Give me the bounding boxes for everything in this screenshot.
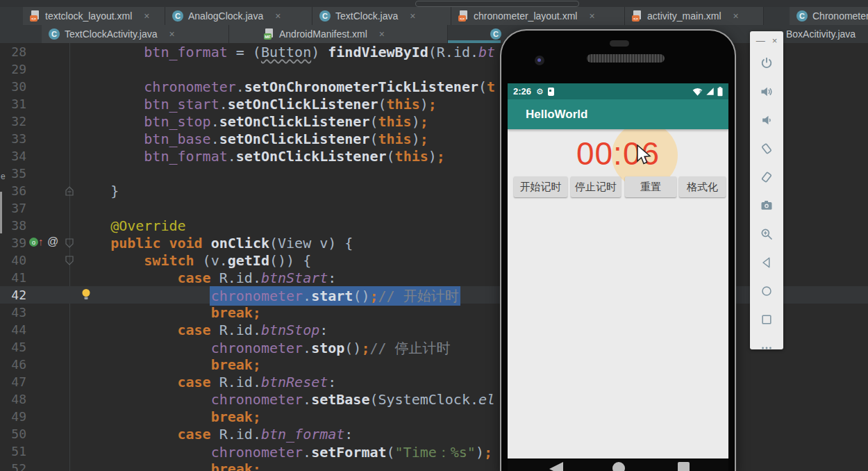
- rotate-left-icon[interactable]: [759, 141, 774, 156]
- tab-textclock-layout-xml[interactable]: <>textclock_layout.xml×: [23, 7, 165, 25]
- emulator-phone-window[interactable]: 2:26 ⚙ HelloWorld 00:06 开始记时停止记时重置格式化: [500, 29, 736, 471]
- close-icon[interactable]: ×: [589, 11, 594, 21]
- zoom-icon[interactable]: [759, 226, 774, 242]
- line-number[interactable]: 37: [4, 201, 26, 215]
- code-line-41[interactable]: 41 case R.id.btnStart:: [0, 269, 868, 286]
- tab-textclockactivity-java[interactable]: CTextClockActivity.java×: [42, 25, 229, 43]
- rotate-right-icon[interactable]: [759, 170, 774, 185]
- line-number[interactable]: 31: [4, 97, 26, 111]
- line-number[interactable]: 45: [4, 340, 26, 354]
- code-line-40[interactable]: 40 switch (v.getId()) {: [0, 251, 868, 269]
- code-line-33[interactable]: 33 btn_base.setOnClickListener(this);: [0, 130, 868, 147]
- tab-activity-main-xml[interactable]: <>activity_main.xml×: [625, 7, 764, 25]
- nav-back-icon[interactable]: [549, 462, 563, 471]
- code-line-29[interactable]: 29: [0, 60, 868, 78]
- code-line-36[interactable]: 36 }: [0, 182, 868, 199]
- line-number[interactable]: 52: [4, 461, 26, 471]
- code-line-31[interactable]: 31 btn_start.setOnClickListener(this);: [0, 95, 868, 113]
- code-text: case R.id.btnStart:: [77, 270, 336, 286]
- close-icon[interactable]: ×: [144, 11, 149, 21]
- tab-analogclock-java[interactable]: CAnalogClock.java×: [165, 7, 312, 25]
- emulator-toolbar-window[interactable]: — ×: [750, 31, 783, 349]
- code-line-51[interactable]: 51 chronometer.setFormat("Time：%s");: [0, 443, 868, 460]
- close-icon[interactable]: ×: [379, 29, 385, 39]
- code-line-30[interactable]: 30 chronometer.setOnChronometerTickListe…: [0, 78, 868, 95]
- line-number[interactable]: 49: [4, 409, 26, 424]
- volume-down-icon[interactable]: [759, 113, 774, 128]
- camera-icon[interactable]: [759, 198, 774, 213]
- line-number[interactable]: 36: [4, 183, 26, 198]
- tab-androidmanifest-xml[interactable]: MFAndroidManifest.xml×: [229, 25, 448, 43]
- app-button-停止记时[interactable]: 停止记时: [571, 176, 621, 197]
- code-editor[interactable]: 28 btn_format = (Button) findViewById(R.…: [0, 43, 868, 471]
- line-number[interactable]: 50: [4, 427, 26, 441]
- line-number[interactable]: 35: [4, 166, 26, 181]
- line-number[interactable]: 29: [4, 62, 26, 76]
- line-number[interactable]: 34: [4, 149, 26, 163]
- line-number[interactable]: 43: [4, 305, 26, 320]
- nav-overview-icon[interactable]: [678, 462, 690, 471]
- fold-marker-icon[interactable]: [65, 256, 74, 268]
- line-number[interactable]: 38: [4, 218, 26, 233]
- close-icon[interactable]: ×: [275, 11, 281, 21]
- more-icon[interactable]: [759, 340, 774, 356]
- code-line-34[interactable]: 34 btn_format.setOnClickListener(this);: [0, 147, 868, 165]
- fold-marker-icon[interactable]: [65, 238, 74, 251]
- close-icon[interactable]: ×: [772, 36, 778, 45]
- line-number[interactable]: 39: [4, 236, 26, 250]
- line-number[interactable]: 32: [4, 114, 26, 129]
- minimize-icon[interactable]: —: [756, 36, 765, 45]
- phone-screen[interactable]: 2:26 ⚙ HelloWorld 00:06 开始记时停止记时重置格式化: [508, 83, 728, 471]
- run-configuration-widget[interactable]: [415, 1, 579, 7]
- code-line-48[interactable]: 48 chronometer.setBase(SystemClock.el: [0, 390, 868, 408]
- nav-home-icon[interactable]: [612, 462, 625, 471]
- overriding-method-icon[interactable]: o: [29, 238, 38, 247]
- code-line-50[interactable]: 50 case R.id.btn_format:: [0, 425, 868, 443]
- power-icon[interactable]: [759, 56, 774, 71]
- app-button-格式化[interactable]: 格式化: [679, 176, 726, 197]
- tab-chronometer-[interactable]: CChronometer.: [790, 7, 868, 25]
- code-text: @Override: [77, 217, 186, 234]
- line-number[interactable]: 30: [4, 79, 26, 94]
- overview-icon[interactable]: [759, 312, 774, 327]
- editor-tab-row-1: <>textclock_layout.xml×CAnalogClock.java…: [0, 7, 868, 25]
- line-number[interactable]: 46: [4, 357, 26, 372]
- code-line-44[interactable]: 44 case R.id.btnStop:: [0, 321, 868, 338]
- code-line-28[interactable]: 28 btn_format = (Button) findViewById(R.…: [0, 43, 868, 60]
- code-line-39[interactable]: 39o↑@ public void onClick(View v) {: [0, 234, 868, 251]
- code-line-45[interactable]: 45 chronometer.stop();// 停止计时: [0, 338, 868, 356]
- app-button-开始记时[interactable]: 开始记时: [514, 176, 567, 197]
- line-number[interactable]: 48: [4, 392, 26, 406]
- line-number[interactable]: 40: [4, 253, 26, 267]
- code-line-35[interactable]: 35: [0, 165, 868, 182]
- code-line-47[interactable]: 47 case R.id.btnReset:: [0, 373, 868, 390]
- close-icon[interactable]: ×: [733, 11, 739, 21]
- phone-mic-notch: [610, 40, 629, 47]
- fold-marker-icon[interactable]: [65, 186, 74, 199]
- tab-chronometer-layout-xml[interactable]: <>chronometer_layout.xml×: [451, 7, 625, 25]
- code-line-37[interactable]: 37: [0, 199, 868, 217]
- volume-up-icon[interactable]: [759, 84, 774, 99]
- code-text: case R.id.btnReset:: [77, 374, 336, 390]
- code-line-52[interactable]: 52 break;: [0, 460, 868, 471]
- tab-textclock-java[interactable]: CTextClock.java×: [312, 7, 451, 25]
- line-number[interactable]: 28: [4, 44, 26, 59]
- code-line-32[interactable]: 32 btn_stop.setOnClickListener(this);: [0, 113, 868, 130]
- home-icon[interactable]: [759, 283, 774, 299]
- code-line-42[interactable]: 42 chronometer.start();// 开始计时: [0, 286, 868, 304]
- close-icon[interactable]: ×: [169, 29, 175, 39]
- code-line-38[interactable]: 38 @Override: [0, 217, 868, 234]
- code-line-46[interactable]: 46 break;: [0, 356, 868, 373]
- line-number[interactable]: 44: [4, 322, 26, 337]
- close-icon[interactable]: ×: [410, 11, 415, 21]
- line-number[interactable]: 42: [4, 288, 26, 302]
- line-number[interactable]: 33: [4, 131, 26, 146]
- line-number[interactable]: 47: [4, 374, 26, 389]
- tab-boxactivity[interactable]: BoxAcitivity.java: [786, 25, 856, 43]
- code-line-49[interactable]: 49 break;: [0, 408, 868, 425]
- line-number[interactable]: 51: [4, 444, 26, 458]
- back-icon[interactable]: [759, 255, 774, 270]
- line-number[interactable]: 41: [4, 270, 26, 285]
- app-button-重置[interactable]: 重置: [625, 176, 676, 197]
- code-line-43[interactable]: 43 break;: [0, 304, 868, 321]
